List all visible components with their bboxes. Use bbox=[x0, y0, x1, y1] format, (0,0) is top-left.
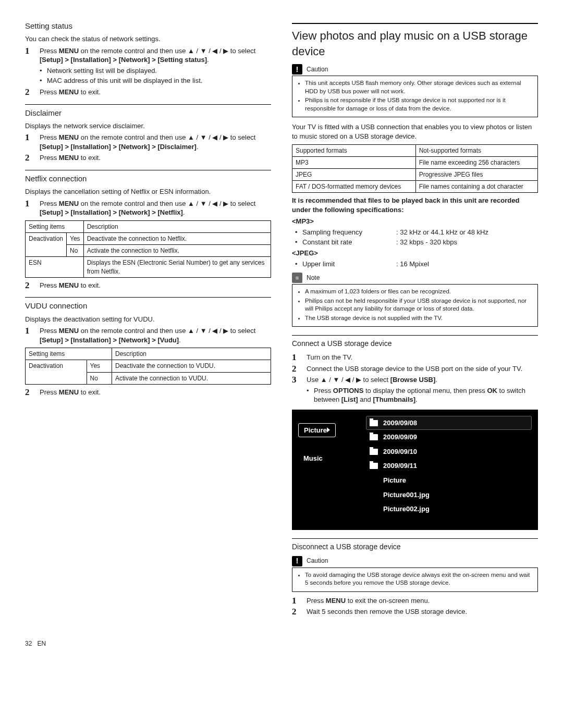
rec-lead: It is recommended that files to be playe… bbox=[292, 196, 538, 214]
arrow-icons: ▲ / ▼ / ◀ / ▶ bbox=[188, 47, 228, 55]
setting-status-step1: 1 Press MENU on the remote control and t… bbox=[25, 46, 271, 85]
connect-step2: 2Connect the USB storage device to the U… bbox=[292, 364, 538, 374]
usb-category-music: Music bbox=[298, 452, 366, 465]
usb-browser-screenshot: Picture Music 2009/09/08 2009/09/09 2009… bbox=[292, 410, 538, 530]
disconnect-step2: 2Wait 5 seconds then remove the USB stor… bbox=[292, 607, 538, 616]
disconnect-usb-title: Disconnect a USB storage device bbox=[292, 538, 538, 552]
connect-step1: 1Turn on the TV. bbox=[292, 353, 538, 362]
disconnect-step1: 1 Press MENU to exit the on-screen menu. bbox=[292, 596, 538, 606]
usb-heading: View photos and play music on a USB stor… bbox=[292, 28, 538, 59]
usb-caution-box: This unit accepts USB flash memory only.… bbox=[292, 76, 538, 117]
usb-item: 2009/09/09 bbox=[366, 430, 532, 445]
disclaimer-step1: 1 Press MENU on the remote control and t… bbox=[25, 133, 271, 151]
arrow-icons: ▲ / ▼ / ◀ / ▶ bbox=[188, 327, 228, 335]
usb-item: 2009/09/10 bbox=[366, 445, 532, 459]
left-column: Setting status You can check the status … bbox=[25, 21, 271, 619]
arrow-icons: ▲ / ▼ / ◀ / ▶ bbox=[188, 200, 228, 207]
usb-item: Picture002.jpg bbox=[366, 502, 532, 516]
setting-status-step2: 2 Press MENU to exit. bbox=[25, 88, 271, 97]
netflix-title: Netflix connection bbox=[25, 170, 271, 184]
disclaimer-intro: Displays the network service disclaimer. bbox=[25, 121, 271, 131]
disconnect-caution-box: To avoid damaging the USB storage device… bbox=[292, 567, 538, 592]
vudu-step2: 2 Press MENU to exit. bbox=[25, 388, 271, 397]
folder-icon bbox=[370, 449, 378, 455]
usb-category-picture: Picture bbox=[298, 423, 336, 438]
connect-usb-title: Connect a USB storage device bbox=[292, 335, 538, 349]
netflix-step2: 2 Press MENU to exit. bbox=[25, 281, 271, 290]
setting-status-title: Setting status bbox=[25, 21, 271, 31]
disclaimer-title: Disclaimer bbox=[25, 104, 271, 118]
usb-note-box: A maximum of 1,023 folders or files can … bbox=[292, 284, 538, 327]
netflix-table: Setting itemsDescription DeactivationYes… bbox=[25, 220, 271, 278]
netflix-step1: 1 Press MENU on the remote control and t… bbox=[25, 199, 271, 217]
vudu-step1: 1 Press MENU on the remote control and t… bbox=[25, 326, 271, 344]
setting-status-intro: You can check the status of network sett… bbox=[25, 34, 271, 44]
netflix-intro: Displays the cancellation setting of Net… bbox=[25, 187, 271, 196]
vudu-title: VUDU connection bbox=[25, 297, 271, 311]
usb-item: 2009/09/08 bbox=[366, 416, 532, 430]
usb-item: 2009/09/11 bbox=[366, 459, 532, 473]
formats-table: Supported formatsNot-supported formats M… bbox=[292, 144, 538, 193]
folder-icon bbox=[370, 434, 378, 440]
folder-icon bbox=[370, 420, 378, 426]
arrow-icons: ▲ / ▼ / ◀ / ▶ bbox=[188, 133, 228, 141]
page-footer: 32 EN bbox=[25, 639, 538, 648]
right-column: View photos and play music on a USB stor… bbox=[292, 21, 538, 619]
vudu-table: Setting itemsDescription DeactivationYes… bbox=[25, 348, 271, 385]
note-icon: ≡ bbox=[292, 273, 302, 283]
disclaimer-step2: 2 Press MENU to exit. bbox=[25, 153, 271, 163]
usb-intro: Your TV is fitted with a USB connection … bbox=[292, 122, 538, 141]
caution-icon: ! bbox=[292, 64, 302, 75]
vudu-intro: Displays the deactivation setting for VU… bbox=[25, 315, 271, 324]
arrow-icons: ▲ / ▼ / ◀ / ▶ bbox=[321, 376, 361, 384]
usb-item: Picture001.jpg bbox=[366, 488, 532, 502]
usb-item: Picture bbox=[366, 473, 532, 488]
caution-icon: ! bbox=[292, 556, 302, 566]
folder-icon bbox=[370, 463, 378, 469]
connect-step3: 3 Use ▲ / ▼ / ◀ / ▶ to select [Browse US… bbox=[292, 375, 538, 404]
